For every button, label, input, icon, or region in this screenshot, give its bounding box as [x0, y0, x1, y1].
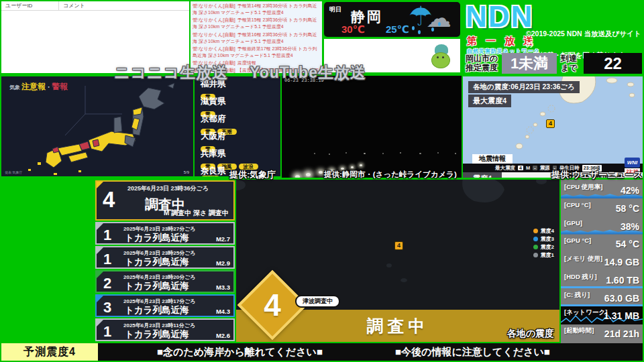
intensity-number: 1: [103, 227, 111, 244]
ticker-messages: ■念のため海岸から離れてください■ ■今後の情報に注意してください■: [98, 343, 643, 361]
prefecture-name: 大阪府: [201, 132, 280, 141]
prefecture-name: 兵庫県: [201, 149, 280, 158]
corner-tag: [97, 296, 103, 302]
warning-map-source: 発表:気象庁: [5, 170, 22, 174]
wni-logo: WNI: [625, 158, 640, 168]
intensity-number: 1: [103, 251, 111, 268]
stat-gpu-usage: [GPU]38%: [564, 218, 640, 235]
stat-cpu-temp: [CPU °C]58 °C: [564, 200, 640, 217]
system-stats-panel: [CPU 使用率]42% [CPU °C]58 °C [GPU]38% [GPU…: [561, 180, 643, 344]
advisory-list-panel: 福井県 雷 滋賀県 雷 京都府 雷高潮 大阪府 雷 兵庫県 雷強風波浪高潮 奈良…: [195, 76, 280, 176]
map-corner-label: 各地の震度: [507, 328, 554, 340]
col-user-id: ユーザーID: [1, 1, 59, 10]
quake-entry: 2025年6月23日 23時27分ごろ 1 トカラ列島近海 M2.7: [95, 222, 235, 245]
intensity-number: 3: [103, 299, 111, 316]
intensity-number: 2: [103, 275, 111, 292]
corner-tag: [97, 320, 103, 326]
raindrop-icon: [418, 30, 421, 34]
quake-entry: 2025年6月23日 23時11分ごろ 1 トカラ列島近海 M2.6: [95, 318, 235, 341]
intensity-number: 4: [103, 187, 115, 213]
raindrop-icon: [412, 26, 415, 30]
weather-high-temp: 30℃: [341, 23, 365, 36]
quake-entry: 2025年6月23日 23時25分ごろ 1 トカラ列島近海 M2.9: [95, 246, 235, 269]
raindrop-icon: [438, 22, 441, 26]
predicted-intensity-badge: 予測震度4: [1, 343, 98, 361]
caption-weathernews: 提供:ウェザーニュース: [551, 169, 643, 181]
legend-dot-icon: [533, 245, 538, 249]
stream-stage: ユーザーID コメント 管:なりかくん[自動]予報第14報 23時36分頃 トカ…: [0, 0, 644, 362]
quake-entry: 2025年6月23日 23時20分ごろ 2 トカラ列島近海 M3.3: [95, 270, 235, 293]
ndn-logo: NDN: [466, 0, 533, 34]
feed-message: 管:なりかくん[自動]予報第14報 23時36分頃 トカラ列島近海 深さ10km…: [193, 3, 320, 16]
epicenter-intensity-marker: 4: [546, 119, 555, 128]
quake-entry: 2025年6月23日 23時17分ごろ 3 トカラ列島近海 M4.3: [95, 294, 235, 317]
stat-memory: [メモリ 使用]14.9 GB: [564, 253, 640, 270]
corner-tag: [97, 223, 103, 230]
earthquake-history-list: 2025年6月23日 23時36分ごろ 4 調査中 M 調査中 深さ 調査中 2…: [95, 180, 235, 343]
stat-cpu-usage: [CPU 使用率]42%: [564, 182, 640, 198]
arrival-countdown-label: 到達 まで: [561, 54, 578, 72]
niconico-watermark: ニコニコ生放送: [114, 62, 228, 83]
ticker-message: ■念のため海岸から離れてください■: [157, 346, 323, 359]
intensity-legend: 震度4 震度3 震度2 震度1: [533, 227, 554, 259]
corner-tag: [97, 272, 103, 278]
intensity-number: 1: [103, 323, 111, 341]
estimated-intensity-value: 1未満: [502, 53, 557, 74]
cloud-icon: ☁: [426, 3, 451, 33]
caption-webcam: 提供:静岡市・(さった峠ライブカメラ): [324, 170, 457, 180]
stat-gpu-temp: [GPU °C]54 °C: [564, 235, 640, 252]
stat-network: [ネットワーク]1.31 MB: [564, 307, 640, 324]
intensity-map-panel: 4 震度4 震度3 震度2 震度1 調査中 各地の震度 4 津波調査中: [236, 180, 559, 342]
ticker-message: ■今後の情報に注意してください■: [395, 346, 550, 359]
weather-low-temp: 25℃: [386, 23, 409, 36]
webcam-panel: 06-23 23:38:19: [282, 76, 462, 178]
feed-message: 管:なりかくん[自動]予報最終第17報 23時36分頃 トカラ列島近海 深さ10…: [193, 46, 320, 59]
comment-header: ユーザーID コメント: [1, 1, 189, 11]
caption-jma: 提供:気象庁: [229, 169, 276, 181]
raindrop-icon: [431, 27, 434, 32]
tsunami-status-pill: 津波調査中: [295, 295, 340, 308]
estimated-intensity-label: 岡山市の 推定震度: [466, 54, 498, 72]
wni-earthquake-info-tab: 地震情報: [472, 154, 513, 164]
wni-max-intensity: 最大震度4: [468, 95, 511, 107]
wni-intensity-badge: 震度4: [463, 172, 502, 178]
alert-ticker: 予測震度4 ■念のため海岸から離れてください■ ■今後の情報に注意してください■: [1, 343, 643, 361]
warning-map-panel: 気象注意報・警報: [1, 76, 193, 176]
legend-dot-icon: [533, 229, 538, 233]
corner-tag: [97, 247, 103, 254]
stat-uptime: [起動時間]21d 21h: [564, 325, 640, 342]
stat-hdd: [HDD 残り]1.60 TB: [564, 272, 640, 288]
cdrive-usage-bar: [561, 304, 643, 306]
legend-dot-icon: [533, 237, 538, 241]
arrival-countdown-value: 22: [584, 53, 642, 74]
intensity-map-marker: 4: [394, 241, 403, 250]
warning-map-page: 5/9: [184, 170, 189, 174]
prefecture-name: 滋賀県: [201, 97, 280, 106]
weather-day-label: 明日: [329, 5, 341, 14]
col-comment: コメント: [59, 2, 85, 9]
stat-cdrive: [C: 残り]63.0 GB: [564, 290, 640, 306]
hdd-usage-bar: [561, 286, 643, 288]
feed-message: 管:なりかくん[自動]予報第15報 23時36分頃 トカラ列島近海 深さ10km…: [193, 17, 320, 30]
youtube-watermark: YouTube生放送: [250, 62, 366, 83]
feed-message: 管:なりかくん[自動]予報第16報 23時36分頃 トカラ列島近海 深さ10km…: [193, 32, 320, 45]
wni-map-panel: 各地の震度:06月23日 23:36ごろ 最大震度4 4 地震情報 最大震度4 …: [463, 76, 643, 178]
mascot-character: [430, 44, 453, 68]
legend-dot-icon: [533, 253, 538, 257]
wni-map-title: 各地の震度:06月23日 23:36ごろ: [468, 81, 580, 93]
prefecture-name: 京都府: [201, 115, 280, 123]
weather-panel: 明日 静岡 30℃ 25℃ ☂ ☁: [324, 2, 460, 37]
quake-entry-current: 2025年6月23日 23時36分ごろ 4 調査中 M 調査中 深さ 調査中: [95, 180, 235, 221]
warning-map-title: 気象注意報・警報: [9, 81, 68, 93]
